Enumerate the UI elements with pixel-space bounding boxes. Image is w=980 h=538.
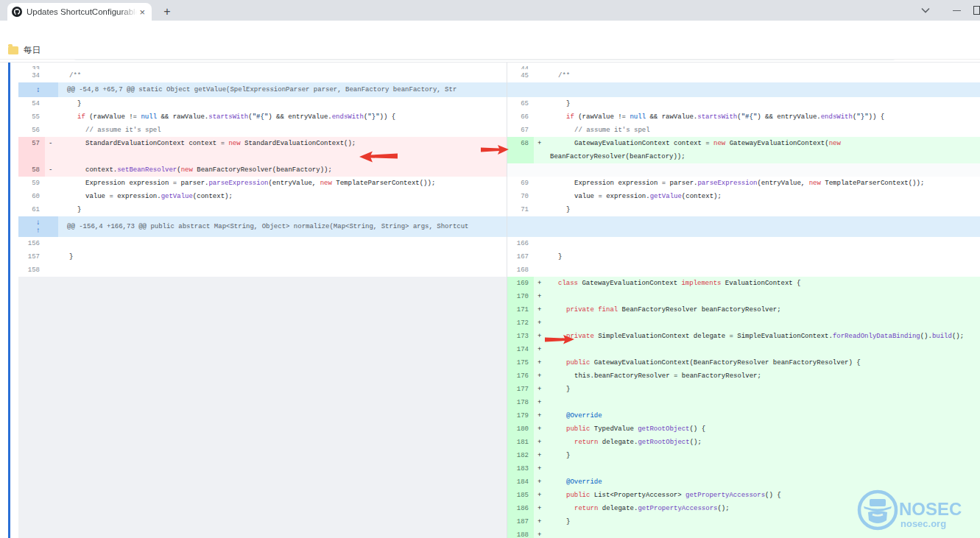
line-number[interactable]: 57 [18, 137, 45, 163]
code-cell: private SimpleEvaluationContext delegate… [547, 330, 980, 343]
line-number[interactable]: 58 [18, 163, 45, 177]
line-number[interactable]: 172 [507, 316, 534, 330]
diff-marker: + [534, 502, 547, 515]
diff-row: 70value = expression.getValue(context); [507, 190, 980, 203]
line-number[interactable]: 166 [507, 237, 534, 250]
code-cell [58, 237, 507, 250]
code-cell: } [547, 449, 980, 462]
diff-row: ↓↑@@ -156,4 +166,73 @@ public abstract M… [18, 216, 507, 237]
new-tab-button[interactable]: + [158, 3, 177, 21]
line-number[interactable]: 67 [507, 124, 534, 137]
line-number[interactable]: 55 [18, 110, 45, 124]
line-number[interactable]: 187 [507, 515, 534, 528]
diff-row: 66if (rawValue != null && rawValue.start… [507, 110, 980, 124]
code-cell: } [58, 203, 507, 216]
window-maximize-button[interactable] [970, 0, 980, 21]
line-number[interactable]: 174 [507, 343, 534, 356]
line-number[interactable]: 45 [507, 69, 534, 82]
line-number[interactable]: 167 [507, 250, 534, 263]
code-cell [58, 263, 507, 277]
line-number[interactable]: 44 [507, 63, 534, 69]
line-number[interactable]: 156 [18, 237, 45, 250]
code-cell: private final BeanFactoryResolver beanFa… [547, 303, 980, 316]
line-number[interactable]: 168 [507, 263, 534, 277]
diff-marker [45, 177, 58, 190]
code-cell: } [547, 250, 980, 263]
line-number[interactable]: 175 [507, 356, 534, 369]
diff-marker: + [534, 449, 547, 462]
diff-marker [45, 110, 58, 124]
diff-marker [45, 124, 58, 137]
line-number[interactable]: 61 [18, 203, 45, 216]
expand-diff-button[interactable]: ↕ [18, 82, 58, 97]
diff-row: 158 [18, 263, 507, 277]
line-number[interactable]: 176 [507, 369, 534, 383]
expand-diff-button[interactable]: ↓↑ [18, 216, 58, 237]
diff-row: ↕@@ -54,8 +65,7 @@ static Object getValu… [18, 82, 507, 97]
line-number[interactable]: 65 [507, 97, 534, 110]
diff-marker [534, 97, 547, 110]
diff-row: 186+return delegate.getPropertyAccessors… [507, 502, 980, 515]
window-minimize-button[interactable] [947, 0, 966, 21]
bookmark-item[interactable]: 每日 [24, 45, 40, 56]
line-number[interactable]: 59 [18, 177, 45, 190]
diff-row [18, 277, 507, 538]
code-cell: } [58, 97, 507, 110]
diff-marker: + [534, 343, 547, 356]
line-number[interactable]: 180 [507, 422, 534, 436]
line-number[interactable]: 56 [18, 124, 45, 137]
diff-row: 182+} [507, 449, 980, 462]
line-number[interactable]: 182 [507, 449, 534, 462]
line-number[interactable]: 183 [507, 462, 534, 475]
browser-tab[interactable]: Updates ShortcutConfigurable × [7, 3, 152, 21]
line-number[interactable]: 34 [18, 69, 45, 82]
code-cell [547, 528, 980, 538]
line-number[interactable]: 185 [507, 489, 534, 502]
bookmarks-bar: 每日 [0, 41, 980, 60]
line-number[interactable]: 188 [507, 528, 534, 538]
code-cell [547, 237, 980, 250]
diff-row: 170+ [507, 290, 980, 303]
code-cell: // assume it's spel [547, 124, 980, 137]
diff-marker: + [534, 489, 547, 502]
line-number[interactable]: 71 [507, 203, 534, 216]
line-number[interactable]: 157 [18, 250, 45, 263]
diff-row: 33 [18, 63, 507, 69]
diff-row [507, 216, 980, 237]
code-cell [547, 396, 980, 409]
diff-row: 177+} [507, 383, 980, 396]
line-number[interactable]: 69 [507, 177, 534, 190]
line-number[interactable]: 179 [507, 409, 534, 422]
line-number[interactable]: 66 [507, 110, 534, 124]
line-number[interactable]: 181 [507, 436, 534, 449]
diff-marker: + [534, 290, 547, 303]
tab-close-icon[interactable]: × [137, 7, 147, 18]
diff-marker: + [534, 137, 547, 163]
line-number[interactable]: 178 [507, 396, 534, 409]
code-cell: } [547, 383, 980, 396]
line-number[interactable]: 177 [507, 383, 534, 396]
line-number[interactable]: 171 [507, 303, 534, 316]
line-number[interactable]: 186 [507, 502, 534, 515]
diff-marker: + [534, 409, 547, 422]
diff-row: 71} [507, 203, 980, 216]
diff-row: 156 [18, 237, 507, 250]
window-chevron-icon[interactable] [916, 0, 935, 21]
line-number[interactable]: 158 [18, 263, 45, 277]
line-number[interactable]: 170 [507, 290, 534, 303]
diff-row: 179+@Override [507, 409, 980, 422]
line-number[interactable]: 70 [507, 190, 534, 203]
line-number[interactable]: 169 [507, 277, 534, 290]
line-number[interactable]: 54 [18, 97, 45, 110]
line-number[interactable]: 60 [18, 190, 45, 203]
code-cell: Expression expression = parser.parseExpr… [58, 177, 507, 190]
line-number[interactable]: 184 [507, 475, 534, 489]
line-number[interactable]: 33 [18, 63, 45, 69]
line-number[interactable]: 173 [507, 330, 534, 343]
diff-row: 188+ [507, 528, 980, 538]
diff-marker [534, 177, 547, 190]
line-number[interactable]: 68 [507, 137, 534, 163]
diff-marker [45, 69, 58, 82]
diff-row: 56// assume it's spel [18, 124, 507, 137]
code-cell: @Override [547, 475, 980, 489]
